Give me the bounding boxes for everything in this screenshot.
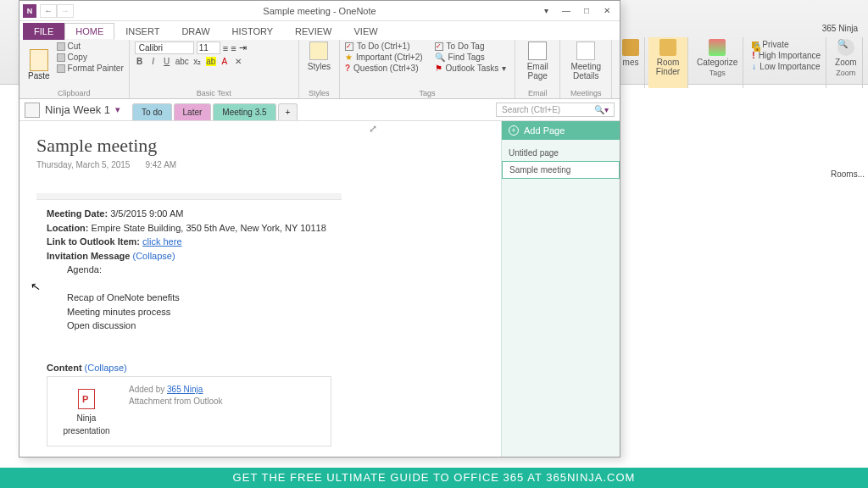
outlook-tasks-button[interactable]: ⚑Outlook Tasks ▾ (435, 64, 507, 73)
numbering-button[interactable]: ≡ (231, 43, 236, 53)
cut-button[interactable]: Cut (57, 42, 124, 51)
meetings-label: Meetings (560, 89, 611, 97)
format-painter-button[interactable]: Format Painter (57, 64, 124, 73)
ribbon-options-icon[interactable]: ▾ (537, 6, 555, 15)
page-item[interactable]: Untitled page (502, 145, 620, 161)
back-button[interactable]: ← (40, 4, 57, 18)
highlight-button[interactable]: ab (206, 57, 216, 66)
tab-review[interactable]: REVIEW (284, 23, 342, 40)
onenote-window: N ← → Sample meeting - OneNote ▾ — □ ✕ F… (19, 0, 620, 458)
scissors-icon (57, 42, 65, 51)
section-add-button[interactable]: + (278, 103, 298, 120)
search-input[interactable]: Search (Ctrl+E)🔍▾ (496, 103, 615, 117)
window-title: Sample meeting - OneNote (263, 6, 376, 16)
pages-pane: +Add Page Untitled page Sample meeting (501, 121, 620, 457)
subscript-button[interactable]: x₂ (192, 57, 203, 66)
styles-label: Styles (299, 89, 339, 97)
ribbon: Paste Cut Copy Format Painter Clipboard … (19, 40, 620, 99)
forward-button[interactable]: → (57, 4, 74, 18)
content-label: Content (47, 363, 82, 373)
tab-home[interactable]: HOME (64, 23, 114, 40)
expand-icon[interactable]: ⤢ (369, 123, 377, 135)
link-label: Link to Outlook Item: (47, 236, 140, 247)
categorize-button[interactable]: CategorizeTags (692, 37, 743, 88)
promo-banner: GET THE FREE ULTIMATE GUIDE TO OFFICE 36… (0, 468, 868, 488)
notebook-name[interactable]: Ninja Week 1 (45, 103, 110, 116)
page-date: Thursday, March 5, 20159:42 AM (36, 160, 484, 169)
meeting-note-container[interactable]: Meeting Date: 3/5/2015 9:00 AM Location:… (36, 193, 342, 457)
attachment-name: Ninja presentation (63, 413, 109, 435)
tab-draw[interactable]: DRAW (170, 23, 220, 40)
high-importance-button[interactable]: !High Importance (752, 50, 821, 61)
collapse-toggle[interactable]: (Collapse) (132, 251, 175, 261)
agenda-heading: Agenda: (67, 263, 331, 277)
container-handle[interactable] (36, 193, 342, 200)
private-button[interactable]: 🔒Private (752, 39, 788, 50)
tags-list[interactable]: To Do (Ctrl+1) ★Important (Ctrl+2) ?Ques… (345, 42, 426, 88)
collapse-toggle[interactable]: (Collapse) (85, 363, 127, 373)
meeting-date-label: Meeting Date: (47, 208, 108, 219)
notebook-bar: Ninja Week 1 ▾ To do Later Meeting 3.5 +… (19, 99, 620, 121)
added-by-link[interactable]: 365 Ninja (167, 385, 203, 394)
paste-button[interactable]: Paste (25, 42, 53, 88)
minimize-button[interactable]: — (557, 6, 576, 15)
outlook-ribbon: mes Room Finder CategorizeTags 🔒Private … (610, 34, 868, 92)
clear-format-button[interactable]: ✕ (233, 57, 243, 66)
outlook-names-group[interactable]: mes (617, 37, 645, 88)
meeting-date-value: 3/5/2015 9:00 AM (110, 208, 183, 219)
maximize-button[interactable]: □ (577, 6, 596, 15)
envelope-icon (528, 42, 547, 60)
tab-insert[interactable]: INSERT (114, 23, 170, 40)
checkbox-icon (435, 42, 443, 51)
tab-file[interactable]: FILE (23, 23, 64, 40)
find-tags-button[interactable]: 🔍Find Tags (435, 53, 507, 62)
italic-button[interactable]: I (148, 57, 159, 66)
outlook-user: 365 Ninja (822, 24, 858, 33)
checkbox-icon (345, 42, 353, 51)
font-color-button[interactable]: A (220, 57, 230, 66)
attachment[interactable]: Ninja presentation (51, 384, 122, 442)
close-button[interactable]: ✕ (598, 6, 616, 15)
bullets-button[interactable]: ≡ (223, 43, 228, 53)
todo-tag-button[interactable]: To Do Tag (435, 42, 507, 51)
low-importance-button[interactable]: ↓Low Importance (752, 61, 820, 72)
copy-button[interactable]: Copy (57, 53, 124, 62)
strike-button[interactable]: abc (175, 57, 189, 66)
flag-icon: ⚑ (435, 64, 442, 73)
styles-button[interactable]: Styles (304, 42, 334, 71)
rooms-button[interactable]: Rooms... (831, 169, 865, 179)
importance-group: 🔒Private !High Importance ↓Low Importanc… (747, 37, 826, 88)
page-item-selected[interactable]: Sample meeting (502, 161, 620, 179)
invitation-label: Invitation Message (47, 251, 130, 261)
font-name-select[interactable]: Calibri (135, 42, 194, 54)
bold-button[interactable]: B (135, 57, 145, 66)
ribbon-tabs: FILE HOME INSERT DRAW HISTORY REVIEW VIE… (19, 21, 620, 40)
section-tab-later[interactable]: Later (174, 103, 212, 120)
zoom-button[interactable]: 🔍ZoomZoom (830, 37, 863, 88)
tab-history[interactable]: HISTORY (221, 23, 285, 40)
page-title[interactable]: Sample meeting (36, 135, 484, 157)
notebook-dropdown-icon[interactable]: ▾ (115, 104, 120, 115)
section-tab-todo[interactable]: To do (132, 103, 171, 120)
plus-icon: + (509, 125, 519, 136)
meeting-details-button[interactable]: Meeting Details (565, 42, 606, 80)
tab-view[interactable]: VIEW (342, 23, 388, 40)
indent-button[interactable]: ⇥ (239, 42, 247, 53)
font-size-select[interactable]: 11 (197, 42, 220, 54)
room-finder-button[interactable]: Room Finder (648, 37, 688, 88)
page-content[interactable]: ⤢ Sample meeting Thursday, March 5, 2015… (19, 121, 501, 457)
underline-button[interactable]: U (162, 57, 172, 66)
outlook-link[interactable]: click here (142, 236, 181, 247)
clipboard-label: Clipboard (19, 89, 129, 97)
notebook-icon[interactable] (25, 103, 40, 118)
email-page-button[interactable]: Email Page (520, 42, 554, 80)
location-label: Location: (47, 223, 89, 233)
search-icon: 🔍▾ (594, 105, 609, 114)
agenda-item: Recap of OneNote benefits (67, 291, 331, 305)
email-label: Email (515, 89, 559, 97)
add-page-button[interactable]: +Add Page (502, 121, 620, 140)
section-tab-meeting[interactable]: Meeting 3.5 (213, 103, 275, 120)
search-icon: 🔍 (435, 53, 445, 62)
question-icon: ? (345, 64, 350, 73)
tags-label: Tags (340, 89, 515, 97)
